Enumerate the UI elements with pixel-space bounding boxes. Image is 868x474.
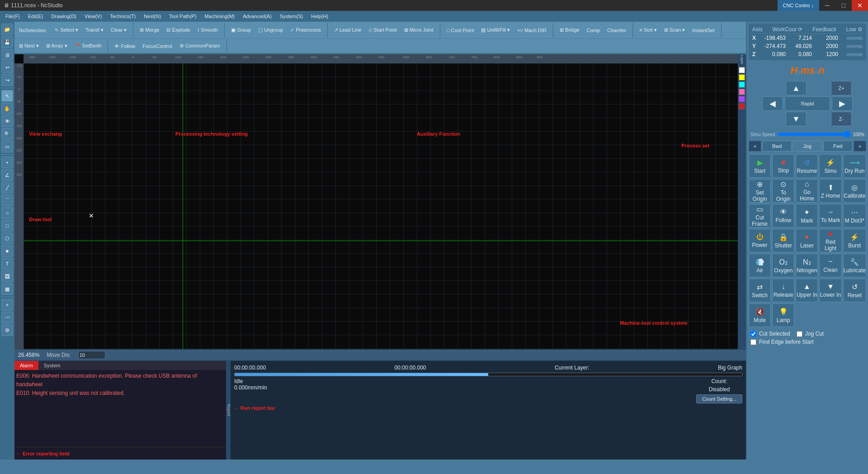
menu-edit[interactable]: Edit(E) — [24, 13, 47, 20]
switch-button[interactable]: ⇄ Switch — [749, 279, 771, 302]
menu-nest[interactable]: Nest(N) — [140, 13, 165, 20]
sidebar-select-tool[interactable]: ↖ — [1, 90, 13, 102]
sidebar-point-tool[interactable]: • — [1, 156, 13, 168]
menu-view[interactable]: View(V) — [81, 13, 105, 20]
mark-button[interactable]: ✦ Mark — [796, 204, 818, 228]
fwd-button[interactable]: Fwd — [823, 141, 853, 152]
dry-run-button[interactable]: ⟿ Dry Run — [843, 154, 866, 178]
release-button[interactable]: ↓ Release — [772, 279, 794, 302]
sidebar-undo[interactable]: ↩ — [1, 62, 13, 73]
nitrogen-button[interactable]: N₂ Nitrogen — [796, 254, 818, 277]
sidebar-plus-tool[interactable]: + — [1, 299, 13, 311]
m-dot3-button[interactable]: ⋯ M Dot3* — [843, 204, 866, 228]
menu-technics[interactable]: Technics(T) — [106, 13, 139, 20]
stop-button[interactable]: ■ Stop — [772, 154, 794, 178]
sidebar-print[interactable]: 🖨 — [1, 49, 13, 61]
smooth-button[interactable]: ⌇ Smooth — [194, 26, 221, 34]
sidebar-pan-tool[interactable]: ✋ — [1, 103, 13, 114]
count-setting-button[interactable]: Count Setting... — [696, 394, 742, 403]
canvas-wrapper[interactable]: -250 -200 -150 -100 -50 0 50 100 150 200… — [14, 54, 746, 349]
focus-control-button[interactable]: FocusControl — [140, 43, 175, 50]
go-home-button[interactable]: ⌂ Go Home — [796, 179, 818, 203]
bwd-button[interactable]: Bwd — [762, 141, 792, 152]
sidebar-zoom-tool[interactable]: 🔍 — [1, 128, 13, 140]
scan-button[interactable]: ⊞ Scan ▾ — [661, 26, 688, 34]
sidebar-polygon-tool[interactable]: ⬠ — [1, 232, 13, 244]
instant-set-button[interactable]: InstantSet — [689, 27, 717, 34]
micro-joint-button[interactable]: ⊠ Micro Joint — [401, 26, 436, 34]
clean-button[interactable]: ~ Clean — [819, 254, 841, 277]
red-light-button[interactable]: ● Red Light — [819, 229, 841, 252]
comp-button[interactable]: Comp — [584, 27, 603, 34]
reset-button[interactable]: ↺ Reset — [843, 279, 866, 302]
follow-ctrl-button[interactable]: 👁 Follow — [772, 204, 794, 228]
lamp-button[interactable]: 💡 Lamp — [772, 303, 794, 327]
sidebar-angle-tool[interactable]: ∠ — [1, 169, 13, 181]
rapid-button[interactable]: Rapid — [785, 96, 830, 111]
sidebar-line-tool[interactable]: ╱ — [1, 182, 13, 194]
lead-line-button[interactable]: ↗ Lead Line — [331, 26, 364, 34]
sidebar-save[interactable]: 💾 — [1, 36, 13, 48]
canvas-main[interactable]: ✕ — [24, 63, 746, 349]
sidebar-redo[interactable]: ↪ — [1, 74, 13, 86]
z-home-button[interactable]: ⬆ Z Home — [819, 179, 841, 203]
report-divider[interactable]: Report — [227, 361, 231, 460]
menu-system[interactable]: System(S) — [276, 13, 307, 20]
sidebar-text-tool[interactable]: T — [1, 258, 13, 270]
find-edge-checkbox[interactable] — [750, 339, 756, 345]
sidebar-star-tool[interactable]: ★ — [1, 245, 13, 257]
layer-color-cyan[interactable] — [739, 81, 745, 88]
menu-file[interactable]: File(F) — [2, 13, 24, 20]
layer-color-yellow[interactable] — [739, 74, 745, 81]
mach-dir-button[interactable]: >> Mach DIR — [514, 27, 549, 34]
sidebar-rect-tool[interactable]: □ — [1, 220, 13, 232]
nav-up-button[interactable]: ▲ — [786, 81, 807, 95]
layer-color-red[interactable] — [739, 103, 745, 109]
close-button[interactable]: ✕ — [852, 0, 868, 11]
minimize-button[interactable]: ─ — [819, 0, 835, 11]
start-point-button[interactable]: ◇ Start Point — [366, 26, 399, 34]
nav-left-button[interactable]: ◀ — [762, 96, 783, 111]
merge-button[interactable]: ⊞ Merge — [137, 26, 162, 34]
set-origin-button[interactable]: ⊕ Set Origin — [749, 179, 771, 203]
sidebar-measure-tool[interactable]: ▭ — [1, 141, 13, 152]
z-plus-button[interactable]: Z+ — [831, 81, 852, 95]
sidebar-arc-tool[interactable]: ⌒ — [1, 194, 13, 206]
layer-color-pink[interactable] — [739, 89, 745, 95]
layer-color-white[interactable] — [739, 67, 745, 73]
jog-button[interactable]: Jog — [793, 141, 822, 152]
maximize-button[interactable]: □ — [835, 0, 852, 11]
power-button[interactable]: ⏻ Power — [749, 229, 771, 252]
nest-button[interactable]: ⊞ Nest ▾ — [16, 42, 42, 50]
cool-point-button[interactable]: □ Cool Point — [444, 27, 476, 34]
speed-slider[interactable] — [777, 131, 851, 138]
air-button[interactable]: 💨 Air — [749, 254, 771, 277]
jog-cut-checkbox[interactable] — [797, 331, 802, 337]
cut-frame-button[interactable]: ▭ Cut Frame — [749, 204, 771, 228]
fwd-fast-button[interactable]: » — [854, 141, 866, 152]
calibrate-button[interactable]: ◎ Calibrate — [843, 179, 866, 203]
sidebar-circle-tool[interactable]: ○ — [1, 207, 13, 219]
lower-in-button[interactable]: ▼ Lower In — [819, 279, 841, 302]
bwd-fast-button[interactable]: « — [749, 141, 761, 152]
group-button[interactable]: ▣ Group — [228, 26, 254, 34]
explode-button[interactable]: ⊟ Explode — [164, 26, 193, 34]
set-berth-button[interactable]: 📍 SetBerth — [72, 42, 104, 50]
nav-right-button[interactable]: ▶ — [832, 96, 853, 111]
layer-color-purple[interactable] — [739, 96, 745, 102]
select-button[interactable]: ↖ Select ▾ — [52, 26, 81, 34]
bridge-button[interactable]: ⊞ Bridge — [557, 26, 582, 34]
menu-advanced[interactable]: Advanced(A) — [239, 13, 275, 20]
ungroup-button[interactable]: ▢ Ungroup — [255, 26, 286, 34]
array-button[interactable]: ⊞ Array ▾ — [43, 42, 70, 50]
sidebar-wave-tool[interactable]: 〰 — [1, 312, 13, 323]
sidebar-file-open[interactable]: 📁 — [1, 24, 13, 35]
follow-button[interactable]: 👁 Follow — [112, 43, 138, 50]
shutter-button[interactable]: 🔒 Shutter — [772, 229, 794, 252]
start-button[interactable]: ▶ Start — [749, 154, 771, 178]
chamfer-button[interactable]: Chamfer — [604, 27, 629, 34]
burst-button[interactable]: ⚡ Burst — [843, 229, 866, 252]
preprocess-button[interactable]: ✓ Preprocess — [288, 26, 324, 34]
z-minus-button[interactable]: Z- — [831, 112, 852, 126]
to-origin-button[interactable]: ⊙ To Origin — [772, 179, 794, 203]
